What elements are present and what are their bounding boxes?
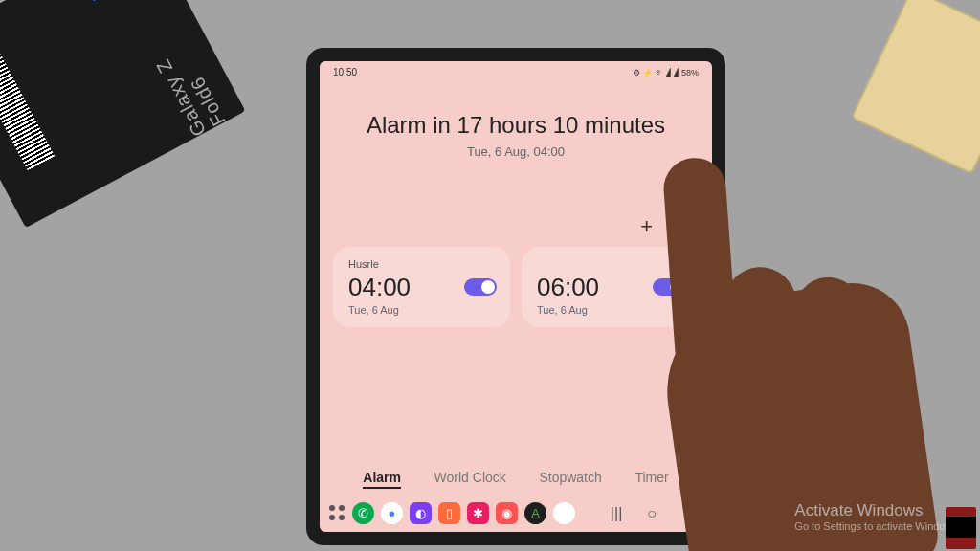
wooden-block bbox=[851, 0, 980, 175]
alarm-date: Tue, 6 Aug bbox=[537, 304, 683, 316]
status-bar: 10:50 ⚙ ⚡ ᯤ ◢ ◢ 58% bbox=[320, 61, 712, 83]
nav-back-icon[interactable]: 〈 bbox=[681, 503, 697, 523]
alarm-label: Husrle bbox=[348, 258, 495, 271]
tab-timer[interactable]: Timer bbox=[635, 470, 668, 489]
alarm-header-title: Alarm in 17 hours 10 minutes bbox=[320, 112, 712, 139]
dock-app-play-store-icon[interactable]: ▶ bbox=[553, 502, 575, 524]
statusbar-right: ⚙ ⚡ ᯤ ◢ ◢ 58% bbox=[633, 68, 699, 77]
dock-app-phone-icon[interactable]: ✆ bbox=[352, 502, 374, 524]
navigation-bar: ||| ○ 〈 bbox=[611, 503, 702, 523]
add-alarm-button[interactable]: + bbox=[640, 216, 653, 237]
alarm-card[interactable]: Husrle 04:00 Tue, 6 Aug bbox=[333, 247, 510, 327]
statusbar-time: 10:50 bbox=[333, 67, 357, 77]
alarm-header-subtitle: Tue, 6 Aug, 04:00 bbox=[320, 144, 712, 159]
phone-device: 10:50 ⚙ ⚡ ᯤ ◢ ◢ 58% Alarm in 17 hours 10… bbox=[306, 48, 725, 545]
bottom-tabs: Alarm World Clock Stopwatch Timer bbox=[320, 462, 712, 496]
app-drawer-icon[interactable] bbox=[329, 505, 345, 521]
dock-app-icon[interactable]: A bbox=[524, 502, 546, 524]
product-box-text: Galaxy Z Fold6 bbox=[133, 10, 231, 140]
product-box: Galaxy Z Fold6 bbox=[0, 0, 245, 228]
statusbar-battery: 58% bbox=[681, 68, 699, 77]
more-options-button[interactable]: ⋮ bbox=[670, 216, 691, 237]
nav-home-icon[interactable]: ○ bbox=[647, 505, 657, 522]
tab-stopwatch[interactable]: Stopwatch bbox=[539, 470, 601, 489]
phone-screen: 10:50 ⚙ ⚡ ᯤ ◢ ◢ 58% Alarm in 17 hours 10… bbox=[320, 61, 712, 532]
nav-recent-icon[interactable]: ||| bbox=[611, 505, 622, 522]
header-actions: + ⋮ bbox=[320, 159, 712, 247]
tab-world-clock[interactable]: World Clock bbox=[434, 470, 506, 489]
dock-app-gallery-icon[interactable]: ◉ bbox=[496, 502, 518, 524]
product-barcode bbox=[0, 30, 55, 170]
alarm-toggle[interactable] bbox=[464, 278, 497, 296]
dock-bar: ✆ ● ◐ ▯ ✱ ◉ A ▶ ||| ○ 〈 bbox=[320, 496, 712, 532]
statusbar-icons: ⚙ ⚡ ᯤ ◢ ◢ bbox=[633, 68, 679, 77]
channel-logo bbox=[946, 507, 976, 549]
alarm-header: Alarm in 17 hours 10 minutes Tue, 6 Aug,… bbox=[320, 112, 712, 159]
tab-alarm[interactable]: Alarm bbox=[363, 470, 401, 489]
alarm-date: Tue, 6 Aug bbox=[348, 304, 495, 316]
product-badge bbox=[40, 0, 124, 17]
dock-app-icon[interactable]: ✱ bbox=[467, 502, 489, 524]
alarm-card[interactable]: 06:00 Tue, 6 Aug bbox=[522, 247, 699, 327]
dock-app-samsung-icon[interactable]: ◐ bbox=[410, 502, 432, 524]
windows-watermark: Activate Windows Go to Settings to activ… bbox=[794, 501, 961, 532]
watermark-title: Activate Windows bbox=[794, 501, 961, 520]
dock-app-messages-icon[interactable]: ● bbox=[381, 502, 403, 524]
dock-app-icon[interactable]: ▯ bbox=[438, 502, 460, 524]
alarm-label bbox=[537, 258, 683, 271]
alarm-list: Husrle 04:00 Tue, 6 Aug 06:00 Tue, 6 Aug bbox=[320, 247, 712, 327]
alarm-toggle[interactable] bbox=[653, 278, 685, 296]
watermark-subtitle: Go to Settings to activate Windows. bbox=[794, 520, 961, 532]
